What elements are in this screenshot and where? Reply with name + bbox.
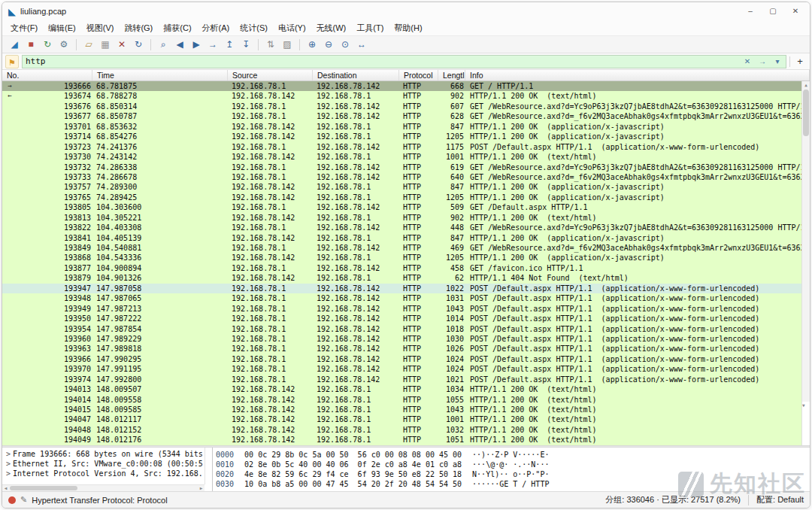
- zoom-in-icon[interactable]: ⊕: [304, 37, 320, 52]
- maximize-button[interactable]: ▢: [762, 3, 784, 20]
- packet-row[interactable]: 193879104.901326192.168.78.142192.168.78…: [2, 273, 801, 283]
- go-forward-icon[interactable]: ▶: [189, 37, 204, 52]
- go-to-packet-icon[interactable]: →: [205, 37, 220, 52]
- menu-item-10[interactable]: 帮助(H): [389, 21, 427, 35]
- colorize-icon[interactable]: ▨: [280, 37, 295, 52]
- packet-row[interactable]: 194014148.009558192.168.78.142192.168.78…: [2, 395, 801, 405]
- menu-item-2[interactable]: 视图(V): [81, 21, 120, 35]
- packet-row[interactable]: 193805104.303600192.168.78.1192.168.78.1…: [2, 202, 801, 212]
- packet-list-scrollbar[interactable]: ▲ ▼: [801, 81, 810, 445]
- packet-row[interactable]: 19373274.286338192.168.78.1192.168.78.14…: [2, 162, 801, 172]
- open-file-icon[interactable]: ▱: [81, 37, 96, 52]
- details-scroll-left-icon[interactable]: ◀: [2, 485, 9, 491]
- filter-apply-icon[interactable]: →: [757, 57, 768, 65]
- column-header-5[interactable]: Lengtl: [438, 70, 465, 80]
- detail-line-2[interactable]: >Internet Protocol Version 4, Src: 192.1…: [4, 469, 205, 478]
- details-scroll-right-icon[interactable]: ▶: [198, 485, 205, 491]
- filter-clear-icon[interactable]: ✕: [742, 57, 753, 65]
- packet-row[interactable]: 193974147.992800192.168.78.1192.168.78.1…: [2, 375, 801, 384]
- column-header-4[interactable]: Protocol: [399, 70, 438, 80]
- menu-item-6[interactable]: 统计(S): [235, 21, 273, 35]
- column-header-2[interactable]: Source: [228, 70, 313, 80]
- scrollbar-thumb[interactable]: [803, 90, 809, 136]
- expander-icon[interactable]: >: [4, 469, 13, 478]
- packet-row[interactable]: 19375774.289300192.168.78.142192.168.78.…: [2, 182, 801, 192]
- column-header-0[interactable]: No.: [2, 70, 92, 80]
- packet-row[interactable]: 19373374.286678192.168.78.1192.168.78.14…: [2, 172, 801, 182]
- packet-row[interactable]: 193868104.543336192.168.78.142192.168.78…: [2, 253, 801, 263]
- menu-item-8[interactable]: 无线(W): [311, 21, 352, 35]
- column-header-3[interactable]: Destination: [313, 70, 399, 80]
- packet-row[interactable]: 19367768.850787192.168.78.1192.168.78.14…: [2, 111, 801, 121]
- column-header-1[interactable]: Time: [92, 70, 228, 80]
- hex-row-3[interactable]: 003010 0a b8 a5 00 00 47 45 54 20 2f 20 …: [216, 479, 807, 489]
- hex-row-1[interactable]: 001002 8e 0b 5c 40 00 40 06 0f 2e c0 a8 …: [216, 460, 807, 469]
- packet-row[interactable]: ←19367468.788278192.168.78.142192.168.78…: [2, 91, 801, 101]
- restart-capture-icon[interactable]: ↻: [40, 37, 55, 52]
- packet-row[interactable]: 193970147.991195192.168.78.1192.168.78.1…: [2, 364, 801, 374]
- packet-row[interactable]: 194013148.009507192.168.78.142192.168.78…: [2, 384, 801, 394]
- expander-icon[interactable]: >: [4, 449, 13, 459]
- packet-row[interactable]: 193963147.989818192.168.78.1192.168.78.1…: [2, 344, 801, 354]
- menu-item-5[interactable]: 分析(A): [197, 21, 235, 35]
- packet-row[interactable]: 19367668.850314192.168.78.1192.168.78.14…: [2, 102, 801, 111]
- display-filter-value[interactable]: http: [26, 56, 738, 66]
- packet-row[interactable]: 193841104.405139192.168.78.142192.168.78…: [2, 233, 801, 243]
- go-back-icon[interactable]: ◀: [172, 37, 187, 52]
- packet-row[interactable]: 19372374.241376192.168.78.1192.168.78.14…: [2, 142, 801, 152]
- zoom-out-icon[interactable]: ⊖: [321, 37, 336, 52]
- packet-row[interactable]: 194048148.012152192.168.78.142192.168.78…: [2, 425, 801, 435]
- packet-row[interactable]: →19366668.781875192.168.78.1192.168.78.1…: [2, 81, 801, 91]
- menu-item-4[interactable]: 捕获(C): [158, 21, 196, 35]
- packet-row[interactable]: 19376574.289425192.168.78.142192.168.78.…: [2, 193, 801, 202]
- detail-line-1[interactable]: >Ethernet II, Src: VMware_c0:00:08 (00:5…: [4, 459, 205, 469]
- close-file-icon[interactable]: ✕: [114, 37, 129, 52]
- filter-bookmark-icon[interactable]: ⚑: [5, 55, 19, 68]
- stop-capture-icon[interactable]: ■: [23, 37, 38, 52]
- display-filter-input[interactable]: http ✕ → ▾: [22, 55, 786, 68]
- packet-row[interactable]: 193960147.989229192.168.78.1192.168.78.1…: [2, 334, 801, 344]
- capture-options-icon[interactable]: ⚙: [56, 37, 71, 52]
- menu-item-1[interactable]: 编辑(E): [43, 21, 81, 35]
- minimize-button[interactable]: –: [739, 3, 762, 20]
- filter-dropdown-icon[interactable]: ▾: [772, 57, 783, 65]
- packet-row[interactable]: 193966147.990295192.168.78.1192.168.78.1…: [2, 354, 801, 364]
- find-packet-icon[interactable]: ⌕: [156, 37, 171, 52]
- close-button[interactable]: ✕: [784, 3, 807, 20]
- resize-columns-icon[interactable]: ↔: [354, 37, 369, 52]
- hex-row-2[interactable]: 00204e 8e 82 59 6c 29 f4 ce 6f 93 9e 50 …: [216, 469, 807, 479]
- save-file-icon[interactable]: ▦: [98, 37, 113, 52]
- details-hscroll-thumb[interactable]: [10, 486, 77, 490]
- add-filter-button[interactable]: +: [793, 55, 807, 68]
- details-horizontal-scrollbar[interactable]: ◀ ▶: [2, 484, 205, 491]
- packet-row[interactable]: 193950147.987222192.168.78.1192.168.78.1…: [2, 314, 801, 323]
- packet-row[interactable]: 194049148.012176192.168.78.142192.168.78…: [2, 435, 801, 445]
- packet-row[interactable]: 193877104.900894192.168.78.1192.168.78.1…: [2, 263, 801, 273]
- column-header-6[interactable]: Info: [465, 70, 810, 80]
- detail-line-0[interactable]: >Frame 193666: 668 bytes on wire (5344 b…: [4, 449, 205, 459]
- packet-row[interactable]: 194047148.012117192.168.78.142192.168.78…: [2, 414, 801, 424]
- status-profile[interactable]: 配置: Default: [756, 494, 804, 505]
- expert-info-icon[interactable]: [8, 496, 16, 504]
- expander-icon[interactable]: >: [4, 459, 13, 469]
- packet-row[interactable]: 193849104.540881192.168.78.1192.168.78.1…: [2, 243, 801, 253]
- packet-row[interactable]: 193949147.987213192.168.78.1192.168.78.1…: [2, 304, 801, 314]
- start-capture-icon[interactable]: ◢: [7, 37, 22, 52]
- hex-row-0[interactable]: 000000 0c 29 8b 0c 5a 00 50 56 c0 00 08 …: [216, 450, 807, 460]
- packet-row[interactable]: 19371468.854276192.168.78.142192.168.78.…: [2, 132, 801, 141]
- packet-row[interactable]: 193813104.305221192.168.78.142192.168.78…: [2, 213, 801, 223]
- last-packet-icon[interactable]: ↧: [238, 37, 253, 52]
- menu-item-0[interactable]: 文件(F): [5, 21, 43, 35]
- scroll-up-icon[interactable]: ▲: [802, 81, 810, 89]
- reload-file-icon[interactable]: ↻: [131, 37, 146, 52]
- first-packet-icon[interactable]: ↥: [222, 37, 237, 52]
- details-vertical-scrollbar[interactable]: ▲ ▼: [205, 448, 212, 484]
- zoom-reset-icon[interactable]: ⊙: [338, 37, 353, 52]
- packet-row[interactable]: 194015148.009585192.168.78.142192.168.78…: [2, 405, 801, 414]
- packet-row[interactable]: 193948147.987065192.168.78.1192.168.78.1…: [2, 293, 801, 303]
- menu-item-9[interactable]: 工具(T): [351, 21, 389, 35]
- auto-scroll-icon[interactable]: ⇅: [263, 37, 278, 52]
- scroll-down-icon[interactable]: ▼: [802, 402, 810, 445]
- packet-row[interactable]: 193954147.987854192.168.78.1192.168.78.1…: [2, 324, 801, 334]
- packet-row[interactable]: 19370168.853632192.168.78.142192.168.78.…: [2, 122, 801, 132]
